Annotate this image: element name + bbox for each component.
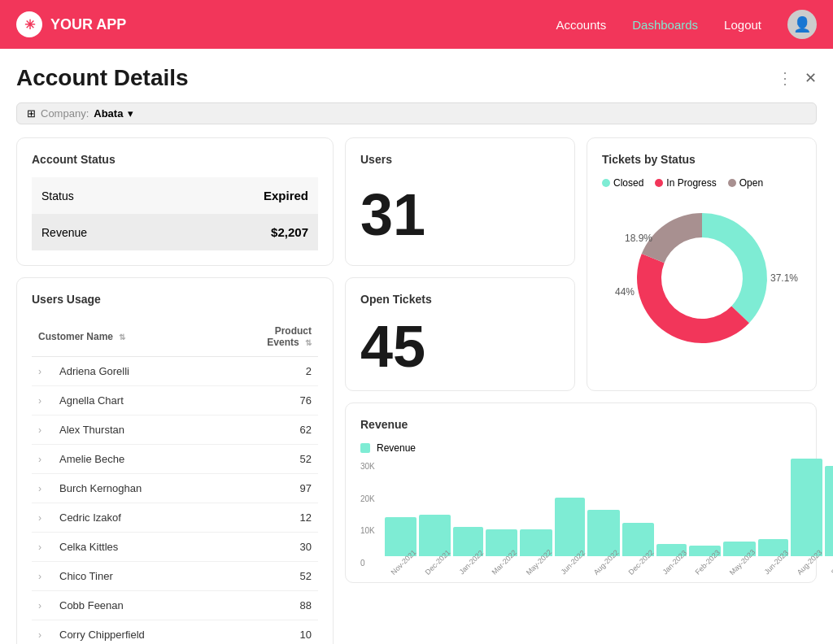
open-tickets-card: Open Tickets 45 — [345, 277, 575, 391]
y-axis-label: 0 — [360, 559, 375, 568]
table-row[interactable]: › Burch Kernoghan 97 — [32, 474, 318, 503]
customer-name: Agnella Chart — [53, 386, 220, 416]
users-title: Users — [360, 153, 560, 166]
revenue-card: Revenue Revenue 30K20K10K0 Nov-2021 Dec-… — [345, 402, 817, 583]
row-expand-icon[interactable]: › — [32, 386, 53, 416]
nav-dashboards[interactable]: Dashboards — [632, 18, 698, 32]
legend-item: Closed — [602, 177, 643, 189]
table-row[interactable]: › Cobb Feenan 88 — [32, 591, 318, 620]
donut-chart — [613, 197, 792, 359]
bar-wrapper: Nov-2021 — [385, 517, 416, 568]
open-tickets-count: 45 — [360, 317, 560, 376]
bar-wrapper: Aug-2023 — [791, 459, 822, 568]
company-filter[interactable]: ⊞ Company: Abata ▾ — [16, 102, 817, 124]
tickets-title: Tickets by Status — [602, 153, 801, 166]
table-row[interactable]: › Amelie Beche 52 — [32, 445, 318, 474]
user-avatar[interactable]: 👤 — [787, 10, 817, 39]
legend-dot — [728, 179, 736, 187]
customer-name: Corry Chipperfield — [53, 620, 220, 645]
legend-label: Closed — [613, 177, 643, 189]
status-value: $2,207 — [176, 214, 318, 250]
product-events: 62 — [220, 416, 318, 445]
legend-dot — [655, 179, 663, 187]
donut-chart-container: 37.1% 44% 18.9% — [602, 197, 801, 359]
nav-logout[interactable]: Logout — [724, 18, 761, 32]
users-card: Users 31 — [345, 137, 575, 266]
company-filter-label: Company: — [41, 107, 89, 120]
bar-wrapper: Feb-2023 — [689, 546, 721, 568]
app-name: YOUR APP — [50, 16, 126, 33]
filter-row: ⊞ Company: Abata ▾ — [16, 102, 817, 124]
table-row[interactable]: › Alex Thurstan 62 — [32, 416, 318, 445]
table-row[interactable]: › Celka Kittles 30 — [32, 533, 318, 562]
account-status-card: Account Status StatusExpiredRevenue$2,20… — [16, 137, 334, 266]
users-usage-title: Users Usage — [32, 293, 318, 306]
bar — [555, 498, 586, 556]
row-expand-icon[interactable]: › — [32, 503, 53, 533]
tickets-by-status-card: Tickets by Status ClosedIn ProgressOpen … — [587, 137, 817, 391]
row-expand-icon[interactable]: › — [32, 416, 53, 445]
status-table-row: StatusExpired — [32, 177, 318, 214]
status-table: StatusExpiredRevenue$2,207 — [32, 177, 318, 250]
nav-accounts[interactable]: Accounts — [556, 18, 607, 32]
filter-icon: ⊞ — [27, 107, 36, 120]
app-header: ✳ YOUR APP Accounts Dashboards Logout 👤 — [0, 0, 833, 49]
bar-wrapper: Jun-2023 — [758, 539, 789, 568]
col-product-events[interactable]: ProductEvents ⇅ — [220, 317, 318, 357]
open-tickets-title: Open Tickets — [360, 293, 560, 306]
table-row[interactable]: › Corry Chipperfield 10 — [32, 620, 318, 645]
users-usage-card: Users Usage Customer Name ⇅ ProductEvent… — [16, 277, 334, 644]
row-expand-icon[interactable]: › — [32, 474, 53, 503]
users-usage-table: Customer Name ⇅ ProductEvents ⇅ › Adrien… — [32, 317, 318, 644]
chevron-down-icon: ▾ — [128, 107, 133, 120]
revenue-legend: Revenue — [360, 442, 801, 454]
product-events: 2 — [220, 357, 318, 386]
legend-item: Open — [728, 177, 763, 189]
sort-icon-events: ⇅ — [305, 338, 312, 347]
main-nav: Accounts Dashboards Logout 👤 — [556, 10, 817, 39]
table-row[interactable]: › Agnella Chart 76 — [32, 386, 318, 416]
table-row[interactable]: › Cedric Izakof 12 — [32, 503, 318, 533]
logo-icon: ✳ — [16, 11, 42, 37]
table-row[interactable]: › Adriena Gorelli 2 — [32, 357, 318, 386]
logo: ✳ YOUR APP — [16, 11, 556, 37]
product-events: 97 — [220, 474, 318, 503]
bar-wrapper: May-2022 — [520, 529, 552, 568]
revenue-legend-label: Revenue — [377, 442, 416, 454]
account-status-title: Account Status — [32, 153, 318, 166]
col-customer-name[interactable]: Customer Name ⇅ — [32, 317, 220, 357]
product-events: 10 — [220, 620, 318, 645]
customer-name: Celka Kittles — [53, 533, 220, 562]
revenue-legend-dot — [360, 443, 370, 453]
customer-name: Cedric Izakof — [53, 503, 220, 533]
row-expand-icon[interactable]: › — [32, 357, 53, 386]
bar-chart: Nov-2021 Dec-2021 Jan-2022 Mar-2022 May-… — [385, 462, 833, 568]
bar-wrapper: Sep-2023 — [825, 466, 833, 568]
bar-wrapper: Mar-2022 — [486, 529, 517, 568]
more-options-icon[interactable]: ⋮ — [777, 68, 793, 88]
bar-wrapper: Jun-2022 — [555, 498, 586, 568]
dashboard-grid: Account Status StatusExpiredRevenue$2,20… — [16, 137, 817, 644]
row-expand-icon[interactable]: › — [32, 533, 53, 562]
users-count: 31 — [360, 185, 560, 244]
row-expand-icon[interactable]: › — [32, 445, 53, 474]
row-expand-icon[interactable]: › — [32, 620, 53, 645]
close-icon[interactable]: ✕ — [805, 69, 817, 87]
bar — [791, 459, 822, 556]
page-header: Account Details ⋮ ✕ — [16, 65, 817, 91]
page-title: Account Details — [16, 65, 189, 91]
customer-name: Chico Tiner — [53, 562, 220, 591]
bar-wrapper: Aug-2022 — [587, 510, 619, 568]
y-axis-label: 30K — [360, 462, 375, 471]
status-label: Status — [32, 177, 176, 214]
revenue-title: Revenue — [360, 418, 801, 431]
status-value: Expired — [176, 177, 318, 214]
bar-wrapper: Jan-2023 — [656, 544, 687, 568]
row-expand-icon[interactable]: › — [32, 591, 53, 620]
main-content: Account Details ⋮ ✕ ⊞ Company: Abata ▾ A… — [0, 49, 833, 644]
table-row[interactable]: › Chico Tiner 52 — [32, 562, 318, 591]
bar-wrapper: Dec-2022 — [622, 523, 654, 568]
row-expand-icon[interactable]: › — [32, 562, 53, 591]
status-label: Revenue — [32, 214, 176, 250]
page-actions: ⋮ ✕ — [777, 68, 817, 88]
